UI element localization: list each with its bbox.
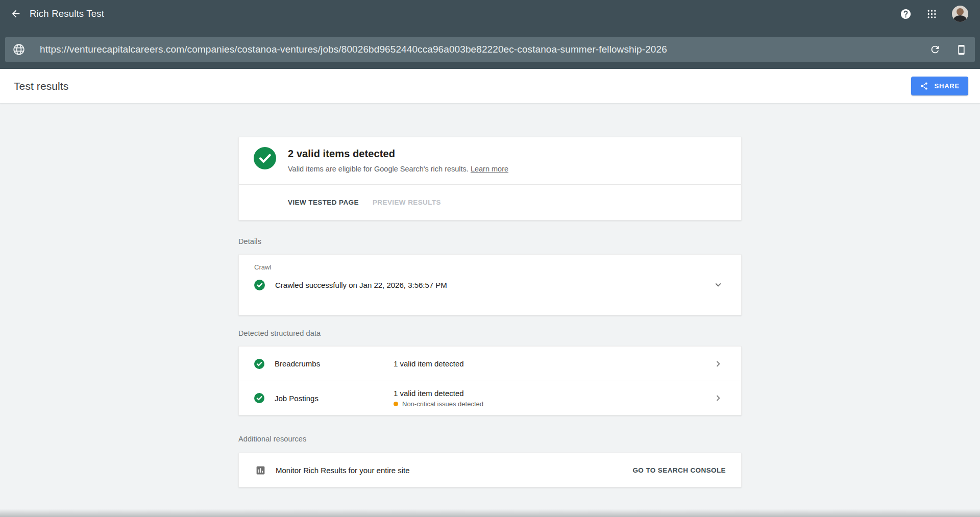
results-toolbar: Test results SHARE bbox=[0, 69, 980, 104]
resources-card: Monitor Rich Results for your entire sit… bbox=[238, 453, 742, 487]
non-critical-warning: Non-critical issues detected bbox=[394, 400, 713, 408]
back-arrow-icon bbox=[10, 8, 21, 19]
share-button[interactable]: SHARE bbox=[911, 77, 968, 95]
apps-grid-button[interactable] bbox=[927, 9, 937, 19]
details-section-label: Details bbox=[238, 237, 742, 245]
refresh-icon bbox=[929, 44, 941, 55]
apps-grid-icon bbox=[927, 9, 937, 19]
url-bar[interactable]: https://venturecapitalcareers.com/compan… bbox=[5, 37, 975, 62]
bar-chart-icon bbox=[255, 465, 266, 476]
bottom-scroll-shadow bbox=[0, 509, 980, 517]
structured-row-job-postings[interactable]: Job Postings 1 valid item detected Non-c… bbox=[239, 381, 741, 415]
structured-row-name: Job Postings bbox=[275, 394, 394, 403]
summary-actions: VIEW TESTED PAGE PREVIEW RESULTS bbox=[239, 184, 741, 220]
rich-results-test-page: Rich Results Test bbox=[0, 0, 980, 487]
summary-title: 2 valid items detected bbox=[288, 148, 508, 160]
app-title: Rich Results Test bbox=[30, 8, 104, 19]
structured-data-section-label: Detected structured data bbox=[238, 329, 742, 337]
crawl-card: Crawl Crawled successfully on Jan 22, 20… bbox=[238, 254, 742, 315]
structured-row-breadcrumbs[interactable]: Breadcrumbs 1 valid item detected bbox=[239, 347, 741, 381]
success-check-icon bbox=[254, 147, 276, 173]
back-button[interactable] bbox=[10, 8, 21, 19]
chevron-down-icon[interactable] bbox=[713, 279, 724, 290]
breadcrumbs-check-icon bbox=[254, 359, 264, 369]
view-tested-page-button[interactable]: VIEW TESTED PAGE bbox=[288, 199, 359, 206]
refresh-button[interactable] bbox=[929, 44, 941, 55]
structured-row-status: 1 valid item detected Non-critical issue… bbox=[394, 389, 713, 408]
crawl-status-text: Crawled successfully on Jan 22, 2026, 3:… bbox=[275, 281, 713, 289]
learn-more-link[interactable]: Learn more bbox=[471, 165, 508, 173]
globe-icon bbox=[12, 43, 26, 56]
help-icon bbox=[900, 8, 912, 20]
chevron-right-icon[interactable] bbox=[713, 358, 724, 370]
help-button[interactable] bbox=[900, 8, 912, 20]
tested-url[interactable]: https://venturecapitalcareers.com/compan… bbox=[40, 44, 919, 55]
resources-section-label: Additional resources bbox=[238, 435, 742, 443]
structured-data-card: Breadcrumbs 1 valid item detected Job Po… bbox=[238, 346, 742, 415]
results-content: 2 valid items detected Valid items are e… bbox=[0, 104, 980, 487]
share-icon bbox=[920, 82, 928, 90]
avatar-head bbox=[957, 8, 964, 15]
avatar-torso bbox=[953, 15, 967, 22]
url-strip: https://venturecapitalcareers.com/compan… bbox=[0, 28, 980, 69]
crawl-label: Crawl bbox=[254, 263, 724, 271]
preview-results-button[interactable]: PREVIEW RESULTS bbox=[373, 199, 441, 206]
share-button-label: SHARE bbox=[934, 82, 960, 90]
app-header: Rich Results Test bbox=[0, 0, 980, 28]
crawl-check-icon bbox=[254, 280, 265, 290]
go-to-search-console-button[interactable]: GO TO SEARCH CONSOLE bbox=[632, 466, 726, 474]
page-title: Test results bbox=[14, 80, 68, 92]
crawl-status-row[interactable]: Crawled successfully on Jan 22, 2026, 3:… bbox=[254, 279, 724, 290]
chevron-right-icon[interactable] bbox=[713, 392, 724, 404]
mobile-view-button[interactable] bbox=[956, 44, 967, 55]
job-postings-check-icon bbox=[254, 393, 264, 403]
summary-card: 2 valid items detected Valid items are e… bbox=[238, 137, 742, 220]
warning-dot-icon bbox=[394, 402, 398, 406]
structured-row-status: 1 valid item detected bbox=[394, 359, 713, 368]
smartphone-icon bbox=[956, 44, 967, 55]
summary-subtitle: Valid items are eligible for Google Sear… bbox=[288, 165, 508, 173]
user-avatar[interactable] bbox=[952, 6, 968, 22]
resources-item-label: Monitor Rich Results for your entire sit… bbox=[276, 466, 632, 475]
structured-row-name: Breadcrumbs bbox=[275, 359, 394, 368]
